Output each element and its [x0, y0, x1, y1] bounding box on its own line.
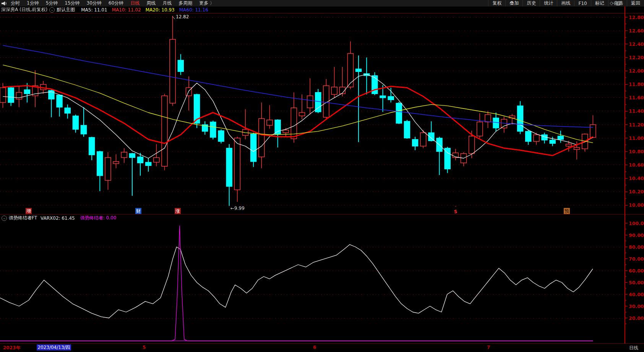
svg-text:10.80: 10.80 — [629, 149, 644, 154]
svg-text:11.40: 11.40 — [629, 108, 644, 114]
svg-text:70.00: 70.00 — [629, 256, 644, 262]
svg-text:11.80: 11.80 — [629, 81, 644, 87]
price-axis: 12.8012.6012.4012.2012.0011.8011.6011.40… — [625, 15, 644, 208]
svg-text:80.00: 80.00 — [629, 244, 644, 250]
high-price-label: 12.82 — [176, 14, 189, 19]
signal-line — [0, 225, 593, 341]
svg-text:12.40: 12.40 — [629, 41, 644, 47]
svg-text:90.00: 90.00 — [629, 232, 644, 238]
period-label: 日线 — [629, 345, 638, 351]
signal-marker[interactable]: S — [453, 209, 459, 215]
svg-text:10.20: 10.20 — [629, 189, 644, 195]
svg-text:50.00: 50.00 — [629, 280, 644, 285]
svg-text:20.00: 20.00 — [629, 315, 644, 321]
month-label: 7 — [487, 345, 490, 350]
indicator-name[interactable]: 强势终结者FT — [9, 215, 37, 221]
svg-text:10.60: 10.60 — [629, 162, 644, 168]
svg-text:40.00: 40.00 — [629, 292, 644, 297]
year-label: 2023年 — [3, 345, 20, 351]
svg-text:10.40: 10.40 — [629, 175, 644, 181]
pane-borders — [0, 6, 644, 352]
month-label: 6 — [313, 345, 316, 350]
event-marker[interactable]: 财 — [135, 208, 141, 214]
kline-chart-canvas[interactable]: 12.8012.6012.4012.2012.0011.8011.6011.40… — [0, 0, 644, 352]
ma20-line — [3, 65, 593, 143]
event-marker[interactable]: 涨 — [175, 208, 181, 214]
indicator-signal-value: 强势终结者: 0.00 — [80, 215, 117, 221]
varx02-line — [0, 245, 593, 318]
chevron-down-icon[interactable]: ⌄ — [2, 216, 7, 221]
event-marker[interactable]: 增 — [26, 208, 32, 214]
tdx-kline-window: 分时1分钟5分钟15分钟30分钟60分钟日线周线月线多周期更多 〉 复权叠加历史… — [0, 0, 644, 352]
price-annotations: 12.82←9.99 — [172, 14, 245, 211]
svg-text:12.00: 12.00 — [629, 68, 644, 74]
indicator-gridlines — [0, 247, 625, 318]
svg-text:12.20: 12.20 — [629, 55, 644, 60]
indicator-varx02-value: VARX02: 61.45 — [41, 216, 75, 221]
candlestick-series — [0, 16, 596, 206]
low-price-label: ←9.99 — [230, 206, 245, 211]
svg-text:12.80: 12.80 — [629, 15, 644, 20]
svg-text:30.00: 30.00 — [629, 303, 644, 309]
indicator-header: ⌄ 强势终结者FT VARX02: 61.45 强势终结者: 0.00 — [0, 215, 623, 221]
ma60-line — [3, 45, 593, 127]
svg-text:11.20: 11.20 — [629, 122, 644, 128]
indicator-axis: 100.0090.0080.0070.0060.0050.0040.0030.0… — [625, 221, 644, 324]
svg-text:100.00: 100.00 — [629, 221, 644, 226]
svg-text:11.00: 11.00 — [629, 135, 644, 141]
price-gridlines — [0, 17, 625, 205]
svg-text:12.60: 12.60 — [629, 28, 644, 34]
svg-text:11.60: 11.60 — [629, 95, 644, 101]
svg-text:60.00: 60.00 — [629, 268, 644, 274]
month-label: 5 — [143, 345, 146, 350]
event-marker[interactable]: 预 — [564, 208, 570, 214]
selected-date-box: 2023/04/13/四 — [37, 344, 71, 350]
time-axis: 2023年 2023/04/13/四 567 日线 — [0, 344, 644, 352]
svg-text:10.00: 10.00 — [629, 202, 644, 208]
